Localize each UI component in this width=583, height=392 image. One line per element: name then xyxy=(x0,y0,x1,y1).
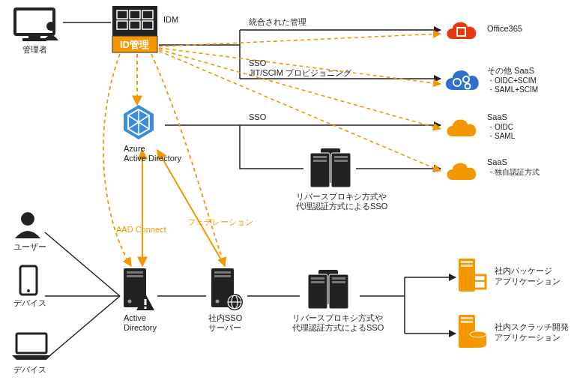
svg-rect-33 xyxy=(313,160,327,162)
othersaas-label: その他 SaaS xyxy=(487,66,534,75)
azuread-node: Azure Active Directory xyxy=(124,105,182,163)
intpkg-node: 社内パッケージ アプリケーション xyxy=(459,259,561,292)
svg-rect-50 xyxy=(461,265,473,267)
svg-point-24 xyxy=(216,300,220,304)
o365-label: Office365 xyxy=(487,24,522,33)
svg-rect-32 xyxy=(313,156,327,158)
rproxy2-label1: リバースプロキシ方式や xyxy=(292,313,383,322)
saas1-label: SaaS xyxy=(487,112,507,121)
admin-label: 管理者 xyxy=(22,45,47,54)
ad-label2: Directory xyxy=(124,323,157,332)
othersaas-b2: ・SAML+SCIM xyxy=(487,85,538,94)
rproxy1-label2: 代理認証方式によるSSO xyxy=(295,202,388,211)
saas2-label: SaaS xyxy=(487,157,507,166)
user-node: ユーザー xyxy=(13,212,46,251)
rproxy1-label1: リバースプロキシ方式や xyxy=(296,192,387,201)
ad-label1: Active xyxy=(124,313,146,322)
edge-dev2-ad xyxy=(45,296,120,360)
device2-label: デバイス xyxy=(13,365,46,374)
phone-icon xyxy=(20,266,37,295)
edge-label-aadconnect: AAD Connect xyxy=(116,225,166,234)
idmgmt-label: ID管理 xyxy=(120,39,149,50)
svg-rect-41 xyxy=(332,277,345,280)
edge-label-jitscim: JIT/SCIM プロビジョニング xyxy=(249,68,352,77)
svg-rect-44 xyxy=(458,28,465,35)
admin-node: 管理者 xyxy=(15,9,58,54)
device1-label: デバイス xyxy=(13,298,46,307)
svg-rect-17 xyxy=(127,275,143,277)
edge-federation xyxy=(157,150,225,266)
device1-node: デバイス xyxy=(13,266,46,307)
globe-icon xyxy=(226,294,243,310)
rproxy1-node: リバースプロキシ方式や 代理認証方式によるSSO xyxy=(295,148,388,211)
saas1-node: SaaS ・OIDC ・SAML xyxy=(447,112,516,140)
edge-label-integrated: 統合された管理 xyxy=(249,17,306,26)
svg-rect-1 xyxy=(28,34,40,38)
ssosrv-label2: サーバー xyxy=(208,323,241,332)
rproxy2-node: リバースプロキシ方式や 代理認証方式によるSSO xyxy=(292,270,384,332)
azuread-icon xyxy=(124,105,154,139)
device2-node: デバイス xyxy=(12,334,51,374)
svg-point-11 xyxy=(21,212,34,226)
o365-node: Office365 xyxy=(447,22,522,39)
svg-rect-40 xyxy=(311,281,324,283)
cloud-icon xyxy=(447,119,477,136)
cloud-gears-icon xyxy=(446,70,479,90)
svg-rect-39 xyxy=(311,277,324,280)
user-icon xyxy=(15,212,40,238)
othersaas-node: その他 SaaS ・OIDC+SCIM ・SAML+SCIM xyxy=(446,66,538,94)
ssosrv-node: 社内SSO サーバー xyxy=(208,268,243,332)
svg-rect-19 xyxy=(145,299,147,305)
svg-rect-14 xyxy=(16,334,46,353)
azuread-label2: Active Directory xyxy=(124,154,182,163)
saas1-b1: ・OIDC xyxy=(487,123,513,131)
edge-idmgmt-o365-dashed xyxy=(159,34,441,46)
azuread-label1: Azure xyxy=(124,144,145,153)
svg-rect-23 xyxy=(214,275,231,277)
svg-rect-55 xyxy=(461,321,473,323)
svg-rect-22 xyxy=(214,271,231,274)
rproxy2-label2: 代理認証方式によるSSO xyxy=(292,323,384,332)
server-cluster-icon xyxy=(308,270,348,309)
saas2-b1: ・独自認証方式 xyxy=(487,168,540,176)
intpkg-label2: アプリケーション xyxy=(495,277,561,286)
intscratch-label2: アプリケーション xyxy=(495,333,561,342)
cloud-icon xyxy=(447,22,477,39)
svg-point-13 xyxy=(27,289,30,292)
svg-point-3 xyxy=(46,22,55,31)
svg-rect-16 xyxy=(127,271,143,274)
svg-rect-49 xyxy=(461,261,473,263)
server-cluster-icon xyxy=(310,148,351,187)
othersaas-b1: ・OIDC+SCIM xyxy=(487,76,537,85)
svg-rect-0 xyxy=(15,9,54,34)
edge-label-sso2: SSO xyxy=(249,112,267,121)
cloud-icon xyxy=(447,163,477,180)
svg-rect-42 xyxy=(332,281,345,283)
svg-rect-54 xyxy=(461,317,473,319)
edge-out-intscratch xyxy=(405,296,456,334)
intscratch-node: 社内スクラッチ開発 アプリケーション xyxy=(459,315,569,348)
person-icon xyxy=(43,22,58,40)
intscratch-label1: 社内スクラッチ開発 xyxy=(495,322,569,331)
app-server-icon xyxy=(459,259,486,292)
svg-rect-34 xyxy=(334,156,348,158)
ad-node: Active Directory xyxy=(124,268,157,332)
edge-user-ad xyxy=(45,232,120,296)
svg-rect-20 xyxy=(145,307,147,309)
user-label: ユーザー xyxy=(13,242,46,251)
saas2-node: SaaS ・独自認証方式 xyxy=(447,157,540,180)
idm-label: IDM xyxy=(163,15,178,24)
svg-point-18 xyxy=(128,300,132,304)
edge-idmgmt-saas1-dashed xyxy=(159,49,441,129)
edge-label-sso: SSO xyxy=(249,58,267,67)
saas1-b2: ・SAML xyxy=(487,132,516,140)
svg-rect-35 xyxy=(334,160,348,162)
edge-aad-rproxy1 xyxy=(240,125,303,169)
edge-label-federation: フェデレーション xyxy=(187,217,253,226)
edge-out-intpkg xyxy=(405,277,456,296)
intpkg-label1: 社内パッケージ xyxy=(495,266,552,275)
ssosrv-label1: 社内SSO xyxy=(208,313,243,322)
svg-rect-2 xyxy=(22,38,46,41)
laptop-icon xyxy=(12,334,51,360)
app-db-icon xyxy=(459,315,486,348)
